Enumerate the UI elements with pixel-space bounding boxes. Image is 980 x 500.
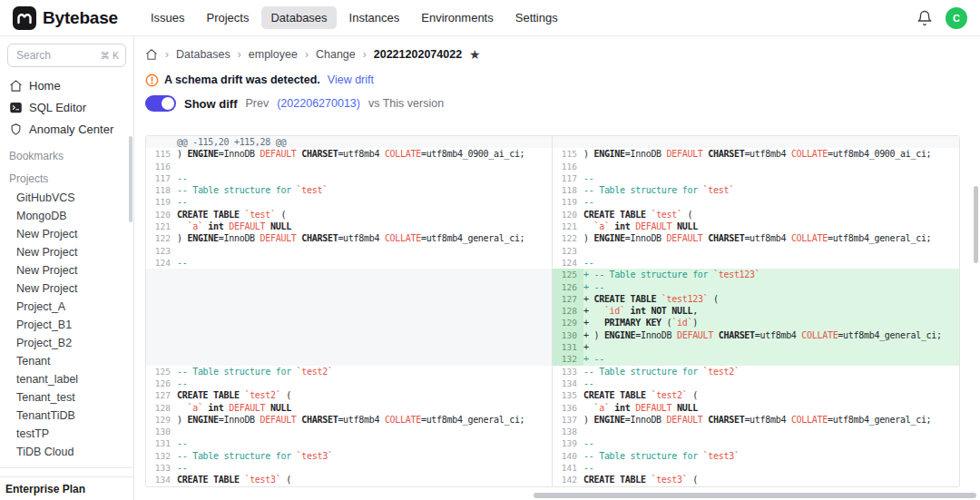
code-text: @@ -115,20 +115,28 @@ [177, 136, 552, 148]
code-text: -- Table structure for `test` [177, 184, 552, 196]
sidebar-item-sql-editor[interactable]: SQL Editor [7, 96, 126, 118]
warning-icon [145, 74, 159, 87]
diff-line: 124-- [553, 257, 959, 269]
line-number: 135 [553, 389, 583, 401]
diff-right-column: 115) ENGINE=InnoDB DEFAULT CHARSET=utf8m… [553, 136, 959, 486]
diff-line: 130 [146, 426, 552, 437]
horizontal-scrollbar[interactable] [534, 493, 976, 498]
sidebar-project-item[interactable]: testTP [7, 425, 126, 443]
view-drift-link[interactable]: View drift [328, 74, 374, 86]
line-number: 118 [146, 184, 177, 196]
line-number: 116 [553, 161, 583, 172]
sidebar-item-home[interactable]: Home [7, 74, 126, 96]
sidebar-project-item[interactable]: New Project [7, 279, 126, 298]
breadcrumb-separator: › [165, 48, 169, 61]
line-number: 130 [553, 329, 583, 341]
prev-version-link[interactable]: (202206270013) [277, 97, 360, 110]
alert-text: A schema drift was detected. [164, 74, 320, 86]
line-number: 130 [146, 426, 177, 437]
code-text: -- [177, 437, 552, 449]
line-number: 121 [553, 221, 583, 232]
code-text: ) ENGINE=InnoDB DEFAULT CHARSET=utf8mb4 … [177, 148, 552, 160]
code-text: CREATE TABLE `test3` ( [583, 474, 959, 485]
sidebar-project-item[interactable]: Project_B1 [7, 316, 126, 334]
show-diff-toggle[interactable] [145, 95, 176, 112]
nav-right: C [916, 7, 967, 29]
nav-item-issues[interactable]: Issues [142, 6, 194, 29]
notification-bell-icon[interactable] [916, 10, 933, 26]
line-number: 132 [146, 450, 177, 462]
sidebar-project-item[interactable]: Project_B2 [7, 334, 126, 352]
code-text [177, 293, 552, 305]
line-number: 125 [146, 366, 177, 377]
sidebar-item-label: Home [29, 79, 61, 93]
diff-line: 133-- Table structure for `test2` [553, 366, 959, 377]
sidebar-project-item[interactable]: GitHubVCS [7, 189, 126, 207]
sidebar-project-item[interactable]: New Project [7, 261, 126, 279]
sidebar-project-item[interactable]: tenant_label [7, 370, 126, 388]
home-icon [9, 79, 23, 93]
sidebar-scrollbar[interactable] [129, 136, 132, 222]
diff-line: 117-- [553, 172, 959, 184]
line-number: 140 [553, 450, 583, 462]
breadcrumb-separator: › [238, 48, 241, 61]
code-text [177, 161, 552, 172]
code-text: -- [177, 377, 552, 389]
code-text [583, 136, 959, 148]
nav-item-settings[interactable]: Settings [506, 6, 567, 29]
code-text: -- [177, 257, 552, 269]
sidebar-project-item[interactable]: New Project [7, 243, 126, 261]
line-number: 121 [146, 221, 177, 232]
avatar[interactable]: C [946, 7, 967, 29]
code-text: ) ENGINE=InnoDB DEFAULT CHARSET=utf8mb4 … [583, 414, 959, 426]
line-number: 136 [553, 402, 583, 414]
breadcrumb-employee[interactable]: employee [249, 48, 298, 61]
breadcrumb-databases[interactable]: Databases [176, 48, 230, 61]
schema-diff-panel: @@ -115,20 +115,28 @@115) ENGINE=InnoDB … [145, 135, 960, 487]
favorite-star-icon[interactable]: ★ [469, 48, 481, 61]
sidebar-item-anomaly-center[interactable]: Anomaly Center [7, 118, 126, 140]
sidebar-project-item[interactable]: TiDB Cloud [7, 443, 126, 461]
line-number [146, 281, 177, 293]
diff-line [553, 136, 959, 148]
line-number: 132 [553, 353, 583, 365]
line-number [146, 341, 177, 353]
code-text [177, 426, 552, 437]
sidebar-project-item[interactable]: MongoDB [7, 207, 126, 225]
vertical-scrollbar[interactable] [974, 186, 978, 263]
line-number: 133 [553, 366, 583, 377]
line-number: 139 [553, 437, 583, 449]
nav-item-instances[interactable]: Instances [340, 6, 409, 29]
diff-line [146, 329, 552, 341]
code-text: -- [177, 196, 552, 208]
breadcrumb-change[interactable]: Change [316, 48, 356, 61]
diff-line: 138 [553, 426, 959, 437]
terminal-icon [9, 101, 23, 114]
line-number: 131 [146, 437, 177, 449]
sidebar-item-label: SQL Editor [29, 101, 86, 114]
sidebar-project-item[interactable]: New Project [7, 225, 126, 243]
sidebar-project-item[interactable]: Project_A [7, 298, 126, 316]
breadcrumb-home-icon[interactable] [145, 48, 158, 61]
code-text: -- [177, 172, 552, 184]
search-input[interactable] [15, 48, 97, 63]
line-number: 119 [553, 196, 583, 208]
line-number: 126 [553, 281, 583, 293]
brand[interactable]: Bytebase [13, 6, 118, 30]
nav-item-databases[interactable]: Databases [261, 6, 336, 29]
nav-item-environments[interactable]: Environments [412, 6, 502, 29]
line-number: 133 [146, 462, 177, 474]
sidebar-project-item[interactable]: Tenant [7, 352, 126, 370]
code-text [583, 161, 959, 172]
sidebar-project-item[interactable]: TenantTiDB [7, 407, 126, 425]
diff-line: 136 `a` int DEFAULT NULL [553, 402, 959, 414]
sidebar-project-item[interactable]: Tenant_test [7, 388, 126, 407]
code-text: CREATE TABLE `test2` ( [583, 389, 959, 401]
search-box[interactable]: ⌘ K [7, 44, 126, 67]
diff-line: 118-- Table structure for `test` [553, 184, 959, 196]
code-text: `a` int DEFAULT NULL [177, 221, 552, 232]
line-number: 128 [146, 402, 177, 414]
line-number: 141 [553, 462, 583, 474]
nav-item-projects[interactable]: Projects [197, 6, 258, 29]
diff-line [146, 341, 552, 353]
